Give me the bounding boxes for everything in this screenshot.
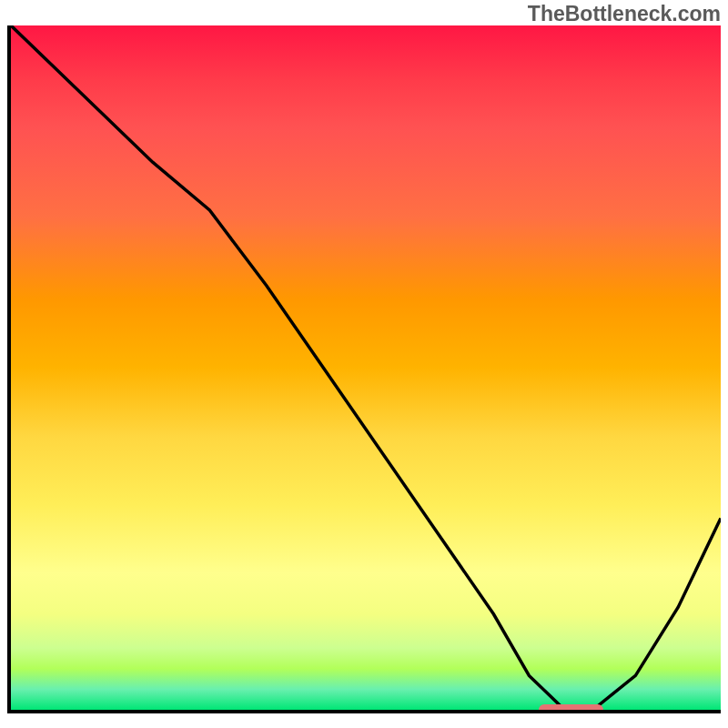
watermark-text: TheBottleneck.com	[528, 2, 721, 26]
chart-container: TheBottleneck.com	[0, 0, 728, 728]
optimal-range-marker	[539, 704, 603, 713]
curve-path	[11, 25, 721, 710]
bottleneck-curve	[11, 25, 721, 710]
plot-area	[7, 25, 721, 713]
